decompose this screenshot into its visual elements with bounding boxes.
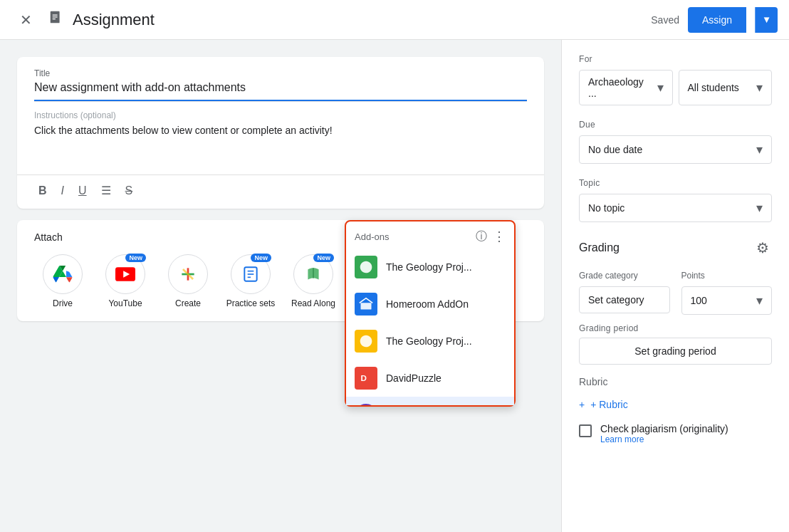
- main-layout: Title Instructions (optional) Click the …: [0, 40, 789, 532]
- read-along-new-badge: New: [313, 254, 334, 262]
- svg-rect-1: [53, 14, 58, 15]
- title-section: Title: [17, 57, 544, 101]
- plagiarism-text: Check plagiarism (originality): [600, 423, 728, 434]
- read-along-icon-wrap: New: [293, 254, 333, 294]
- create-icon: [179, 265, 197, 283]
- add-rubric-button[interactable]: + + Rubric: [579, 395, 628, 414]
- students-chevron-icon: ▾: [756, 80, 763, 95]
- grading-settings-button[interactable]: ⚙: [753, 236, 772, 259]
- for-label: For: [579, 54, 772, 64]
- italic-button[interactable]: I: [57, 182, 68, 200]
- addon-item-homeroom[interactable]: Homeroom AddOn: [346, 286, 514, 323]
- attach-card: Attach Drive: [17, 220, 544, 321]
- points-select[interactable]: 100 ▾: [681, 286, 773, 315]
- chevron-down-icon: ▼: [762, 14, 771, 25]
- instructions-text[interactable]: Click the attachments below to view cont…: [34, 123, 527, 166]
- learn-more-link[interactable]: Learn more: [600, 434, 728, 444]
- class-value: Archaeology ...: [588, 76, 652, 99]
- topic-section: Topic No topic ▾: [579, 178, 772, 222]
- points-value: 100: [691, 295, 707, 306]
- addons-header-icons: ⓘ ⋮: [476, 229, 506, 244]
- addon-geology2-icon: [355, 330, 377, 353]
- read-along-label: Read Along: [291, 298, 335, 310]
- create-icon-wrap: [168, 254, 208, 294]
- addons-list: The Geology Proj... Homeroom AddOn: [346, 249, 514, 405]
- set-grading-period-button[interactable]: Set grading period: [579, 338, 772, 365]
- plagiarism-checkbox[interactable]: [579, 424, 592, 437]
- students-value: All students: [688, 82, 739, 93]
- addon-geology2-name: The Geology Proj...: [386, 335, 506, 347]
- grading-section: Grading ⚙ Grade category Set category Po…: [579, 236, 772, 444]
- addon-item-geology2[interactable]: The Geology Proj...: [346, 323, 514, 360]
- topic-select[interactable]: No topic ▾: [579, 194, 772, 222]
- close-icon: ✕: [20, 11, 32, 28]
- right-panel: For Archaeology ... ▾ All students ▾ Due…: [561, 40, 789, 532]
- attach-create[interactable]: Create: [160, 254, 216, 310]
- practice-sets-icon-wrap: New: [231, 254, 271, 294]
- addon-google-arts-icon: 🏛: [355, 404, 377, 405]
- addon-item-google-arts[interactable]: 🏛 Google Arts & Cu... ⓘ: [346, 397, 514, 405]
- topic-chevron-icon: ▾: [756, 200, 763, 216]
- rubric-label: Rubric: [579, 376, 772, 387]
- due-select[interactable]: No due date ▾: [579, 135, 772, 164]
- class-chevron-icon: ▾: [657, 80, 664, 95]
- youtube-label: YouTube: [108, 298, 142, 310]
- youtube-icon: [115, 267, 135, 281]
- header-right: Saved Assign ▼: [651, 7, 778, 33]
- drive-icon: [53, 266, 73, 283]
- addon-item-geology1[interactable]: The Geology Proj...: [346, 249, 514, 286]
- attach-youtube[interactable]: New YouTube: [97, 254, 154, 310]
- addons-title: Add-ons: [355, 231, 389, 242]
- strikethrough-button[interactable]: S: [121, 182, 137, 200]
- points-label: Points: [681, 271, 773, 281]
- saved-status: Saved: [651, 14, 679, 26]
- plagiarism-row: Check plagiarism (originality) Learn mor…: [579, 423, 772, 444]
- set-category-button[interactable]: Set category: [579, 286, 670, 313]
- instructions-label: Instructions (optional): [34, 110, 527, 120]
- app-header: ✕ Assignment Saved Assign ▼: [0, 0, 789, 40]
- due-value: No due date: [588, 144, 642, 155]
- addon-homeroom-icon: [355, 293, 377, 315]
- due-chevron-icon: ▾: [756, 142, 763, 157]
- addons-header: Add-ons ⓘ ⋮: [346, 221, 514, 249]
- students-select[interactable]: All students ▾: [679, 70, 773, 105]
- topic-label: Topic: [579, 178, 772, 188]
- due-label: Due: [579, 120, 772, 130]
- doc-icon: [48, 10, 64, 30]
- practice-sets-new-badge: New: [251, 254, 271, 262]
- practice-sets-icon: [241, 265, 260, 283]
- class-select[interactable]: Archaeology ... ▾: [579, 70, 673, 105]
- youtube-icon-wrap: New: [105, 254, 145, 294]
- list-button[interactable]: ☰: [97, 181, 115, 200]
- underline-button[interactable]: U: [74, 182, 91, 200]
- create-label: Create: [175, 298, 201, 310]
- points-chevron-icon: ▾: [756, 293, 763, 308]
- attach-drive[interactable]: Drive: [34, 254, 91, 310]
- addon-item-davidpuzzle[interactable]: D DavidPuzzle: [346, 360, 514, 397]
- plus-icon: +: [579, 399, 585, 410]
- grading-period-label: Grading period: [579, 323, 772, 333]
- grade-category-col: Grade category Set category: [579, 271, 670, 315]
- left-panel: Title Instructions (optional) Click the …: [0, 40, 561, 532]
- attach-practice-sets[interactable]: New Practice sets: [222, 254, 279, 310]
- addon-geology1-name: The Geology Proj...: [386, 261, 506, 273]
- points-col: Points 100 ▾: [681, 271, 773, 315]
- page-title: Assignment: [73, 11, 155, 29]
- practice-sets-label: Practice sets: [226, 298, 276, 310]
- addons-more-button[interactable]: ⋮: [493, 229, 506, 244]
- add-rubric-label: + Rubric: [590, 399, 628, 410]
- assign-dropdown-button[interactable]: ▼: [755, 7, 778, 33]
- addons-info-button[interactable]: ⓘ: [476, 229, 487, 244]
- bold-button[interactable]: B: [34, 182, 51, 200]
- youtube-new-badge: New: [125, 254, 146, 262]
- formatting-toolbar: B I U ☰ S: [17, 174, 544, 209]
- close-button[interactable]: ✕: [11, 6, 40, 34]
- addon-davidpuzzle-icon: D: [355, 367, 377, 390]
- assign-button[interactable]: Assign: [688, 7, 746, 33]
- read-along-icon: [304, 265, 323, 283]
- title-input[interactable]: [34, 81, 527, 101]
- addons-dropdown: Add-ons ⓘ ⋮ The Geology Proj...: [345, 220, 516, 407]
- for-section: For Archaeology ... ▾ All students ▾: [579, 54, 772, 105]
- drive-icon-wrap: [43, 254, 83, 294]
- attach-read-along[interactable]: New Read Along: [285, 254, 342, 310]
